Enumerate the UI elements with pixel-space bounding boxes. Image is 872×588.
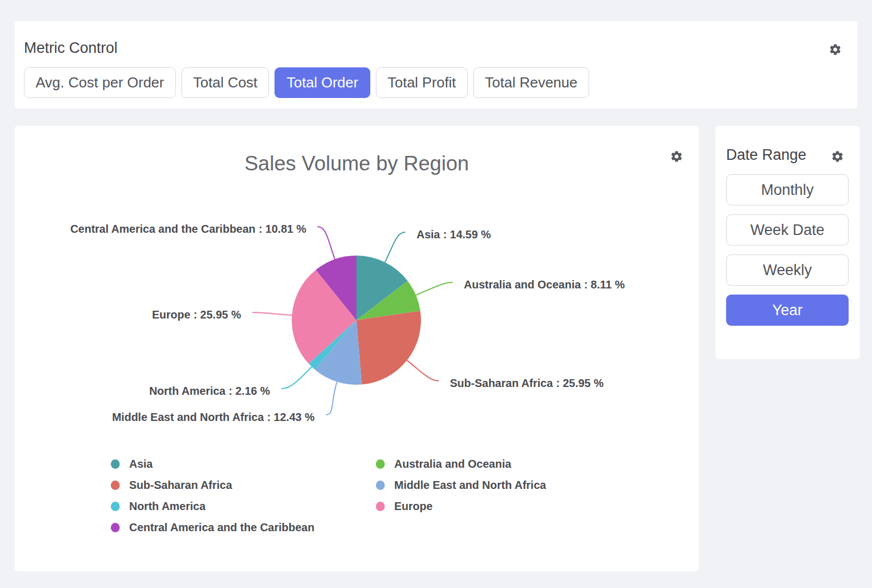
date-range-button-weekly[interactable]: Weekly — [726, 254, 849, 286]
pie-slice-sub-saharan-africa[interactable] — [356, 311, 421, 384]
chart-legend: AsiaAustralia and OceaniaSub-Saharan Afr… — [111, 453, 546, 538]
legend-item-north-america[interactable]: North America — [111, 496, 376, 517]
legend-label-north-america: North America — [129, 500, 205, 513]
legend-label-australia-and-oceania: Australia and Oceania — [394, 458, 511, 471]
pie-label-sub-saharan-africa: Sub-Saharan Africa : 25.95 % — [450, 376, 604, 390]
legend-marker-sub-saharan-africa — [111, 481, 120, 490]
legend-marker-north-america — [111, 502, 120, 511]
pie-label-line-middle-east-and-north-africa — [326, 382, 337, 415]
legend-marker-australia-and-oceania — [376, 459, 385, 469]
pie-label-line-europe — [252, 312, 292, 315]
date-range-panel: Date Range MonthlyWeek DateWeeklyYear — [716, 126, 860, 359]
date-range-settings-gear-icon[interactable] — [831, 150, 844, 163]
metric-button-total-revenue[interactable]: Total Revenue — [473, 67, 589, 98]
date-range-title: Date Range — [726, 146, 806, 164]
settings-gear-icon[interactable] — [829, 43, 842, 56]
date-range-button-week-date[interactable]: Week Date — [726, 214, 849, 246]
pie-label-line-australia-and-oceania — [416, 282, 453, 295]
legend-item-europe[interactable]: Europe — [376, 496, 546, 517]
metric-button-total-order[interactable]: Total Order — [275, 67, 370, 98]
legend-item-australia-and-oceania[interactable]: Australia and Oceania — [376, 453, 546, 474]
chart-panel: Sales Volume by Region Asia : 14.59 %Aus… — [14, 126, 699, 571]
legend-marker-central-america-and-the-caribbean — [111, 523, 120, 532]
date-range-button-year[interactable]: Year — [726, 295, 849, 326]
legend-label-asia: Asia — [129, 458, 153, 471]
pie-label-europe: Europe : 25.95 % — [152, 307, 241, 322]
pie-label-line-asia — [385, 232, 405, 262]
date-range-button-monthly[interactable]: Monthly — [726, 174, 849, 205]
pie-label-australia-and-oceania: Australia and Oceania : 8.11 % — [464, 277, 625, 292]
legend-marker-europe — [376, 502, 385, 511]
metric-button-avg-cost-per-order[interactable]: Avg. Cost per Order — [24, 67, 176, 98]
pie-label-middle-east-and-north-africa: Middle East and North Africa : 12.43 % — [112, 410, 315, 424]
metric-button-total-profit[interactable]: Total Profit — [376, 67, 468, 98]
metric-button-total-cost[interactable]: Total Cost — [182, 67, 270, 98]
date-range-button-group: MonthlyWeek DateWeeklyYear — [726, 174, 849, 326]
pie-label-central-america-and-the-caribbean: Central America and the Caribbean : 10.8… — [70, 222, 306, 236]
pie-label-asia: Asia : 14.59 % — [417, 227, 491, 242]
pie-label-line-north-america — [281, 367, 312, 389]
metric-control-title: Metric Control — [24, 40, 117, 57]
legend-item-asia[interactable]: Asia — [111, 453, 376, 474]
legend-item-central-america-and-the-caribbean[interactable]: Central America and the Caribbean — [111, 517, 376, 538]
legend-label-central-america-and-the-caribbean: Central America and the Caribbean — [129, 521, 315, 534]
legend-marker-middle-east-and-north-africa — [376, 481, 385, 490]
legend-label-sub-saharan-africa: Sub-Saharan Africa — [129, 479, 232, 492]
pie-label-line-central-america-and-the-caribbean — [317, 227, 335, 259]
metric-button-group: Avg. Cost per OrderTotal CostTotal Order… — [24, 67, 589, 98]
legend-item-middle-east-and-north-africa[interactable]: Middle East and North Africa — [376, 474, 546, 496]
legend-marker-asia — [111, 459, 120, 469]
legend-item-sub-saharan-africa[interactable]: Sub-Saharan Africa — [111, 474, 376, 496]
pie-label-line-sub-saharan-africa — [407, 360, 439, 381]
metric-control-panel: Metric Control Avg. Cost per OrderTotal … — [14, 21, 858, 109]
legend-label-middle-east-and-north-africa: Middle East and North Africa — [394, 479, 546, 492]
pie-label-north-america: North America : 2.16 % — [149, 384, 270, 398]
legend-label-europe: Europe — [394, 500, 433, 513]
